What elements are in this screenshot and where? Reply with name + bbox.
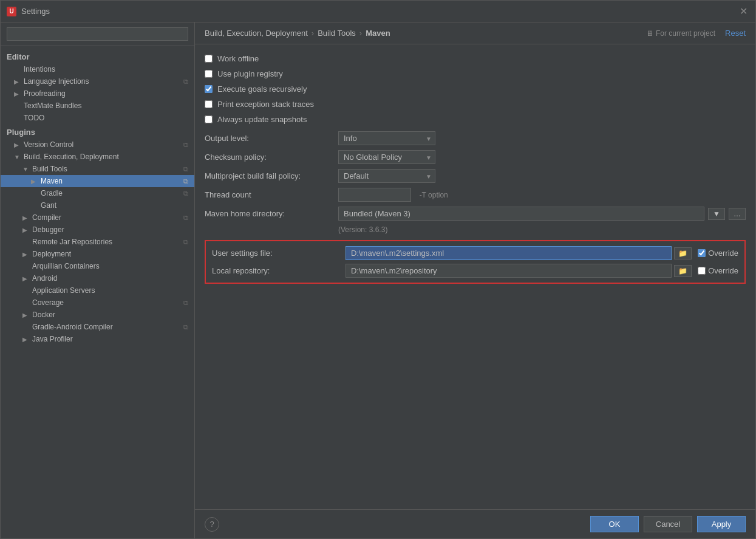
ok-button[interactable]: OK [590, 516, 639, 532]
local-repo-override-label[interactable]: Override [708, 266, 738, 275]
sidebar-item-compiler[interactable]: ▶ Compiler ⧉ [1, 211, 194, 224]
copy-icon: ⧉ [183, 78, 188, 86]
thread-count-field: -T option [338, 188, 746, 202]
sidebar-item-label: Compiler [32, 213, 61, 222]
sidebar-item-label: Application Servers [32, 286, 95, 295]
local-repo-browse-btn[interactable]: 📁 [674, 265, 692, 277]
sidebar-item-version-control[interactable]: ▶ Version Control ⧉ [1, 139, 194, 151]
reset-button[interactable]: Reset [725, 29, 746, 38]
sidebar-item-todo[interactable]: TODO [1, 112, 194, 124]
arrow-icon: ▶ [22, 251, 31, 258]
execute-goals-row: Execute goals recursively [205, 83, 746, 95]
sidebar-item-arquillian[interactable]: Arquillian Containers [1, 260, 194, 272]
execute-goals-label[interactable]: Execute goals recursively [217, 84, 307, 94]
maven-home-select[interactable]: Bundled (Maven 3) Use Maven wrapper [338, 207, 704, 221]
arrow-icon: ▶ [22, 312, 31, 318]
sidebar-item-gradle-android[interactable]: Gradle-Android Compiler ⧉ [1, 321, 194, 333]
sidebar-item-language-injections[interactable]: ▶ Language Injections ⧉ [1, 75, 194, 88]
content-area: Work offline Use plugin registry Execute… [195, 44, 755, 509]
user-settings-override-label[interactable]: Override [708, 249, 738, 258]
use-plugin-registry-label[interactable]: Use plugin registry [217, 69, 283, 78]
execute-goals-checkbox[interactable] [205, 85, 213, 93]
user-settings-input-wrapper: 📁 [346, 246, 692, 260]
print-exception-checkbox[interactable] [205, 100, 213, 108]
sidebar-item-maven[interactable]: ▶ Maven ⧉ [1, 175, 194, 187]
sidebar-item-label: Arquillian Containers [32, 262, 100, 270]
sidebar-item-label: Remote Jar Repositories [32, 238, 112, 246]
local-repo-override-checkbox[interactable] [698, 267, 706, 275]
sidebar-item-label: Gant [41, 201, 56, 210]
title-bar: U Settings ✕ [1, 1, 755, 22]
app-icon: U [7, 7, 16, 16]
sidebar-item-label: Language Injections [24, 77, 89, 86]
output-level-select[interactable]: Info Verbose Debug Warn Error [338, 131, 435, 145]
plugins-section-label: Plugins [1, 124, 194, 139]
sidebar-item-label: TextMate Bundles [24, 101, 81, 110]
breadcrumb-bar: Build, Execution, Deployment › Build Too… [195, 22, 755, 44]
work-offline-row: Work offline [205, 53, 746, 64]
user-settings-section: User settings file: 📁 Override [205, 240, 746, 284]
maven-home-browse-btn[interactable]: … [729, 208, 746, 220]
dialog-footer: ? OK Cancel Apply [195, 509, 755, 538]
use-plugin-registry-checkbox[interactable] [205, 70, 213, 78]
work-offline-label[interactable]: Work offline [217, 54, 259, 63]
sidebar-item-java-profiler[interactable]: ▶ Java Profiler [1, 333, 194, 345]
copy-icon: ⧉ [183, 141, 188, 149]
print-exception-label[interactable]: Print exception stack traces [217, 100, 314, 109]
copy-icon: ⧉ [183, 214, 188, 222]
sidebar-item-android[interactable]: ▶ Android [1, 272, 194, 284]
search-input[interactable] [7, 27, 188, 41]
version-label: (Version: 3.6.3) [205, 225, 746, 234]
settings-dialog: U Settings ✕ 🔍 Editor Intentions ▶ [0, 0, 756, 539]
sidebar-item-textmate[interactable]: TextMate Bundles [1, 100, 194, 112]
project-label: For current project [656, 29, 715, 38]
sidebar-item-label: Debugger [32, 225, 64, 234]
sidebar-item-remote-jar[interactable]: Remote Jar Repositories ⧉ [1, 236, 194, 248]
sidebar-item-deployment[interactable]: ▶ Deployment [1, 248, 194, 260]
sidebar-item-gant[interactable]: Gant [1, 199, 194, 211]
sidebar-item-build-execution[interactable]: ▼ Build, Execution, Deployment [1, 151, 194, 163]
sidebar-content: Editor Intentions ▶ Language Injections … [1, 46, 194, 538]
always-update-checkbox[interactable] [205, 115, 213, 123]
user-settings-override-checkbox[interactable] [698, 249, 706, 257]
apply-button[interactable]: Apply [697, 516, 746, 532]
maven-home-dropdown-btn[interactable]: ▼ [708, 208, 725, 220]
sidebar-item-coverage[interactable]: Coverage ⧉ [1, 297, 194, 309]
user-settings-label: User settings file: [212, 249, 346, 258]
help-button[interactable]: ? [205, 517, 219, 532]
work-offline-checkbox[interactable] [205, 55, 213, 63]
dialog-title: Settings [21, 7, 50, 16]
sidebar-item-label: Android [32, 274, 57, 283]
sidebar-item-intentions[interactable]: Intentions [1, 63, 194, 75]
multiproject-select[interactable]: Default Fail at End Fail Fast Never Fail [338, 169, 435, 183]
always-update-label[interactable]: Always update snapshots [217, 115, 307, 124]
sidebar-item-app-servers[interactable]: Application Servers [1, 284, 194, 297]
thread-count-input[interactable] [338, 188, 411, 202]
output-level-row: Output level: Info Verbose Debug Warn Er… [205, 131, 746, 145]
thread-count-row: Thread count -T option [205, 188, 746, 202]
local-repo-input[interactable] [346, 264, 672, 278]
close-button[interactable]: ✕ [737, 5, 749, 18]
copy-icon: ⧉ [183, 190, 188, 197]
local-repo-row: Local repository: 📁 Override [212, 264, 738, 278]
breadcrumb-part3: Maven [366, 29, 390, 38]
breadcrumb-project: 🖥 For current project [646, 29, 715, 38]
sidebar-item-gradle[interactable]: Gradle ⧉ [1, 187, 194, 199]
user-settings-override: Override [698, 249, 738, 258]
arrow-icon: ▶ [22, 215, 31, 221]
copy-icon: ⧉ [183, 323, 188, 331]
cancel-button[interactable]: Cancel [644, 516, 692, 532]
sidebar-item-build-tools[interactable]: ▼ Build Tools ⧉ [1, 163, 194, 175]
user-settings-browse-btn[interactable]: 📁 [674, 247, 692, 259]
arrow-icon: ▼ [14, 154, 22, 160]
sidebar-item-debugger[interactable]: ▶ Debugger [1, 224, 194, 236]
sidebar-item-proofreading[interactable]: ▶ Proofreading [1, 88, 194, 100]
sidebar-item-docker[interactable]: ▶ Docker [1, 309, 194, 321]
checksum-policy-select[interactable]: No Global Policy Fail Warn [338, 150, 435, 164]
user-settings-input[interactable] [346, 246, 672, 260]
sidebar-item-label: Gradle [41, 189, 63, 197]
local-repo-label: Local repository: [212, 266, 346, 275]
output-level-label: Output level: [205, 134, 338, 143]
output-level-select-wrapper: Info Verbose Debug Warn Error ▼ [338, 131, 435, 145]
always-update-row: Always update snapshots [205, 114, 746, 125]
